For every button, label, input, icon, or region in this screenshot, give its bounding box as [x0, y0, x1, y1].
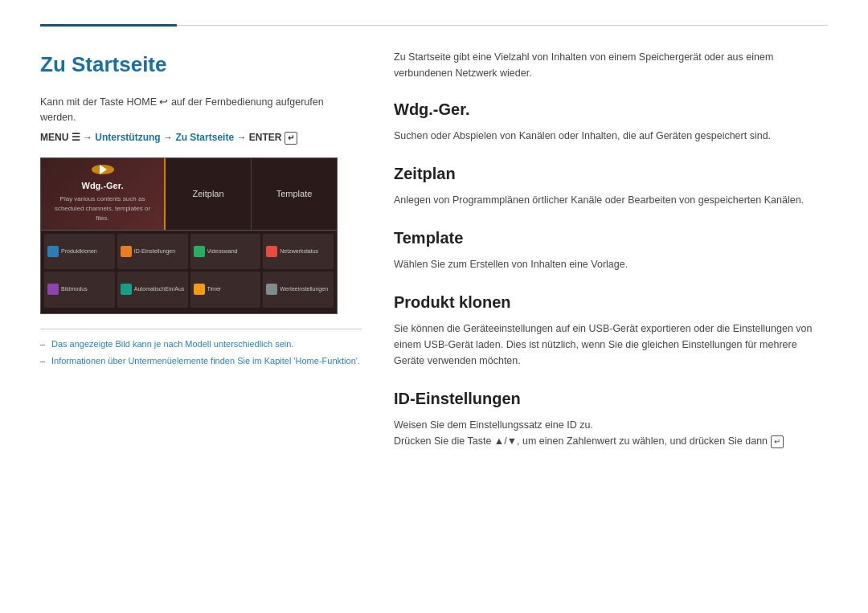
section-title: Template — [394, 226, 828, 250]
menu-prefix: MENU — [40, 132, 72, 143]
tv-main-item: Wdg.-Ger. Play various contents such as … — [41, 158, 166, 230]
divider-blue — [40, 24, 177, 27]
tv-grid-icon — [266, 284, 277, 295]
section-title: Produkt klonen — [394, 290, 828, 314]
enter-icon-inline: ↵ — [771, 435, 784, 448]
tv-grid-icon — [194, 246, 205, 257]
tv-grid-item: Werteeinstellungen — [263, 272, 334, 308]
section-text: Wählen Sie zum Erstellen von Inhalten ei… — [394, 256, 828, 272]
tv-main-sub: Play various contents such as scheduled … — [47, 194, 158, 223]
tv-nav-items: Zeitplan Template — [166, 158, 337, 230]
right-intro-highlight: Zu Startseite — [394, 51, 451, 63]
menu-link2: Zu Startseite — [175, 132, 234, 143]
tv-grid-item: Netzwerkstatus — [263, 234, 334, 270]
note-item: Das angezeigte Bild kann je nach Modell … — [40, 337, 362, 351]
section-text: Sie können die Geräteeinstellungen auf e… — [394, 321, 828, 369]
right-column: Zu Startseite gibt eine Vielzahl von Inh… — [394, 49, 828, 467]
notes-section: Das angezeigte Bild kann je nach Modell … — [40, 329, 362, 368]
tv-grid-label: Bildmodus — [61, 285, 88, 294]
section-text2: Drücken Sie die Taste ▲/▼, um einen Zahl… — [394, 433, 828, 449]
tv-grid-icon — [47, 284, 59, 295]
page: Zu Startseite Kann mit der Taste HOME ↩ … — [0, 0, 868, 613]
divider-gray — [177, 25, 828, 26]
tv-bottom-grid: ProduktklonenID-EinstellungenVideoswandN… — [41, 231, 337, 311]
tv-nav-template: Template — [252, 158, 337, 230]
section-4: ID-EinstellungenWeisen Sie dem Einstellu… — [394, 386, 828, 449]
tv-grid-label: Timer — [207, 285, 222, 294]
tv-top-row: Wdg.-Ger. Play various contents such as … — [41, 158, 337, 231]
tv-grid-item: AutomatischEin/Aus — [117, 272, 188, 308]
tv-main-label: Wdg.-Ger. — [82, 179, 124, 193]
section-2: TemplateWählen Sie zum Erstellen von Inh… — [394, 226, 828, 272]
menu-arrow0: → — [83, 132, 95, 143]
note-item: Informationen über Untermenüelemente fin… — [40, 354, 362, 368]
tv-grid-label: ID-Einstellungen — [134, 247, 175, 256]
tv-grid-icon — [47, 246, 59, 257]
tv-grid-item: Bildmodus — [44, 272, 115, 308]
tv-grid-icon — [266, 246, 277, 257]
tv-grid-label: Netzwerkstatus — [280, 247, 318, 256]
section-text: Anlegen von Programmplänen örtlicher Kan… — [394, 192, 828, 208]
tv-grid-item: Timer — [190, 272, 261, 308]
tv-grid-icon — [121, 284, 132, 295]
tv-nav-zeitplan: Zeitplan — [166, 158, 252, 230]
menu-arrow1: → — [163, 132, 175, 143]
section-title: ID-Einstellungen — [394, 386, 828, 411]
left-column: Zu Startseite Kann mit der Taste HOME ↩ … — [40, 49, 362, 467]
section-text: Suchen oder Abspielen von Kanälen oder I… — [394, 128, 828, 144]
sections-container: Wdg.-Ger.Suchen oder Abspielen von Kanäl… — [394, 97, 828, 449]
menu-link1: Unterstützung — [95, 132, 160, 143]
section-title: Wdg.-Ger. — [394, 97, 828, 121]
section-1: ZeitplanAnlegen von Programmplänen örtli… — [394, 161, 828, 208]
right-intro: Zu Startseite gibt eine Vielzahl von Inh… — [394, 49, 828, 81]
section-3: Produkt klonenSie können die Geräteeinst… — [394, 290, 828, 369]
tv-grid-label: AutomatischEin/Aus — [134, 285, 185, 294]
page-title: Zu Startseite — [40, 49, 362, 80]
intro-text: Kann mit der Taste HOME ↩ auf der Fernbe… — [40, 95, 362, 125]
section-text1: Weisen Sie dem Einstellungssatz eine ID … — [394, 417, 828, 433]
tv-grid-label: Werteeinstellungen — [280, 285, 328, 294]
section-title: Zeitplan — [394, 161, 828, 186]
tv-grid-icon — [194, 284, 205, 295]
two-column-layout: Zu Startseite Kann mit der Taste HOME ↩ … — [40, 49, 828, 467]
section-0: Wdg.-Ger.Suchen oder Abspielen von Kanäl… — [394, 97, 828, 144]
menu-path: MENU ☰ → Unterstützung → Zu Startseite →… — [40, 130, 362, 145]
enter-icon: ↵ — [285, 132, 297, 145]
tv-grid-icon — [121, 246, 132, 257]
tv-grid-item: ID-Einstellungen — [117, 234, 188, 270]
menu-icon: ☰ — [72, 132, 80, 143]
menu-arrow2: → ENTER — [236, 132, 284, 143]
right-intro-text: gibt eine Vielzahl von Inhalten von eine… — [394, 51, 773, 79]
tv-play-button — [92, 165, 114, 175]
tv-grid-item: Produktklonen — [44, 234, 115, 270]
tv-grid-label: Videoswand — [207, 247, 238, 256]
tv-grid-label: Produktklonen — [61, 247, 97, 256]
top-dividers — [40, 24, 828, 27]
tv-screen: Wdg.-Ger. Play various contents such as … — [40, 157, 338, 314]
tv-grid-item: Videoswand — [190, 234, 261, 270]
